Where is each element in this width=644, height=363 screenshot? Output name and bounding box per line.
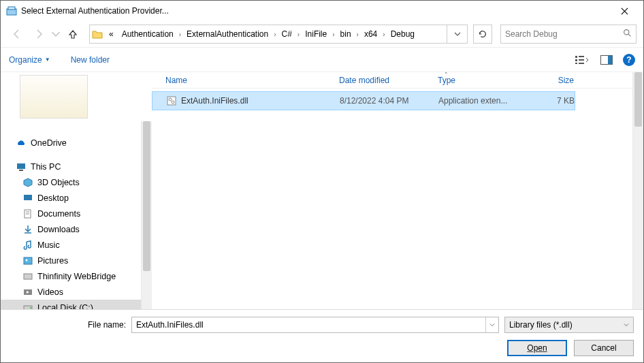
header-date[interactable]: Date modified xyxy=(339,76,438,85)
main-scrollbar[interactable] xyxy=(632,72,643,309)
chevron-down-icon: ▼ xyxy=(45,57,50,63)
breadcrumb-bar[interactable]: « Authentication› ExternalAuthentication… xyxy=(89,25,468,44)
sidebar-item-thinfinity[interactable]: Thinfinity WebBridge xyxy=(1,268,141,284)
pictures-icon xyxy=(22,255,33,266)
preview-pane-toggle[interactable] xyxy=(598,52,615,68)
dll-icon xyxy=(166,95,177,106)
sidebar-item-desktop[interactable]: Desktop xyxy=(1,190,141,206)
search-icon xyxy=(623,29,632,40)
sidebar-scrollbar[interactable] xyxy=(141,121,152,309)
organize-menu[interactable]: Organize ▼ xyxy=(9,55,50,65)
sidebar-item-music[interactable]: Music xyxy=(1,237,141,253)
recent-dropdown[interactable] xyxy=(51,25,61,44)
refresh-button[interactable] xyxy=(473,25,492,44)
svg-line-5 xyxy=(628,34,630,36)
window-title: Select External Authentication Provider.… xyxy=(21,6,169,16)
sidebar-item-videos[interactable]: Videos xyxy=(1,284,141,300)
preview-thumbnail xyxy=(20,75,88,119)
open-button[interactable]: Open xyxy=(507,340,567,356)
music-icon xyxy=(22,240,33,251)
breadcrumb-dropdown[interactable] xyxy=(447,25,467,43)
svg-point-26 xyxy=(30,307,31,309)
folder-icon xyxy=(90,25,105,43)
svg-rect-8 xyxy=(575,63,577,64)
cloud-icon xyxy=(16,138,27,148)
app-icon xyxy=(6,5,17,16)
crumb-7[interactable]: Debug xyxy=(387,25,419,43)
filter-select[interactable]: Library files (*.dll) xyxy=(504,317,634,333)
svg-rect-1 xyxy=(8,7,15,10)
close-button[interactable] xyxy=(611,1,638,21)
sidebar-item-downloads[interactable]: Downloads xyxy=(1,221,141,237)
crumb-4[interactable]: IniFile xyxy=(301,25,331,43)
sidebar-item-documents[interactable]: Documents xyxy=(1,206,141,221)
svg-rect-13 xyxy=(608,55,613,64)
sidebar-onedrive[interactable]: OneDrive xyxy=(1,135,141,151)
desktop-icon xyxy=(22,193,33,204)
filename-input[interactable] xyxy=(132,320,485,330)
search-box[interactable] xyxy=(500,25,637,44)
back-button[interactable] xyxy=(7,25,27,44)
cancel-button[interactable]: Cancel xyxy=(574,340,634,356)
sidebar-thispc[interactable]: This PC xyxy=(1,159,141,174)
svg-rect-6 xyxy=(575,56,577,58)
svg-point-22 xyxy=(26,259,28,261)
svg-rect-15 xyxy=(19,170,23,171)
video-icon xyxy=(22,287,33,298)
header-type[interactable]: Type xyxy=(438,76,519,85)
doc-icon xyxy=(22,208,33,219)
svg-rect-7 xyxy=(575,59,577,61)
crumb-5[interactable]: bin xyxy=(336,25,355,43)
svg-rect-11 xyxy=(579,63,584,64)
filename-dropdown[interactable] xyxy=(485,317,498,332)
svg-rect-27 xyxy=(167,97,176,105)
sort-indicator: ˄ xyxy=(445,72,448,78)
svg-rect-23 xyxy=(24,274,32,279)
forward-button[interactable] xyxy=(29,25,48,44)
chevron-down-icon xyxy=(624,320,629,330)
crumb-3[interactable]: C# xyxy=(278,25,296,43)
pc-icon xyxy=(16,161,27,172)
search-input[interactable] xyxy=(505,29,623,39)
crumb-6[interactable]: x64 xyxy=(360,25,381,43)
crumb-ellipsis[interactable]: « xyxy=(105,25,118,43)
header-size[interactable]: Size xyxy=(519,76,574,85)
bridge-icon xyxy=(22,271,33,282)
list-header[interactable]: Name Date modified Type Size xyxy=(152,72,643,89)
view-options[interactable] xyxy=(574,52,590,68)
new-folder-button[interactable]: New folder xyxy=(71,55,110,65)
svg-rect-16 xyxy=(24,195,32,200)
up-button[interactable] xyxy=(63,25,82,44)
svg-rect-21 xyxy=(24,257,32,264)
svg-rect-10 xyxy=(579,59,584,61)
header-name[interactable]: Name xyxy=(165,76,339,85)
disk-icon xyxy=(22,302,33,310)
filename-input-wrap[interactable] xyxy=(131,317,499,333)
download-icon xyxy=(22,224,33,235)
3d-icon xyxy=(22,177,33,188)
sidebar-item-pictures[interactable]: Pictures xyxy=(1,253,141,268)
crumb-2[interactable]: ExternalAuthentication xyxy=(182,25,272,43)
svg-rect-9 xyxy=(579,56,584,57)
sidebar-item-localdisk[interactable]: Local Disk (C:) xyxy=(1,300,141,309)
file-row[interactable]: ExtAuth.IniFiles.dll 8/12/2022 4:04 PM A… xyxy=(152,91,575,110)
filename-label: File name: xyxy=(10,320,126,330)
help-button[interactable]: ? xyxy=(623,54,635,66)
svg-point-4 xyxy=(624,30,629,35)
sidebar-item-3dobjects[interactable]: 3D Objects xyxy=(1,174,141,190)
svg-rect-14 xyxy=(17,163,25,169)
crumb-1[interactable]: Authentication xyxy=(118,25,178,43)
